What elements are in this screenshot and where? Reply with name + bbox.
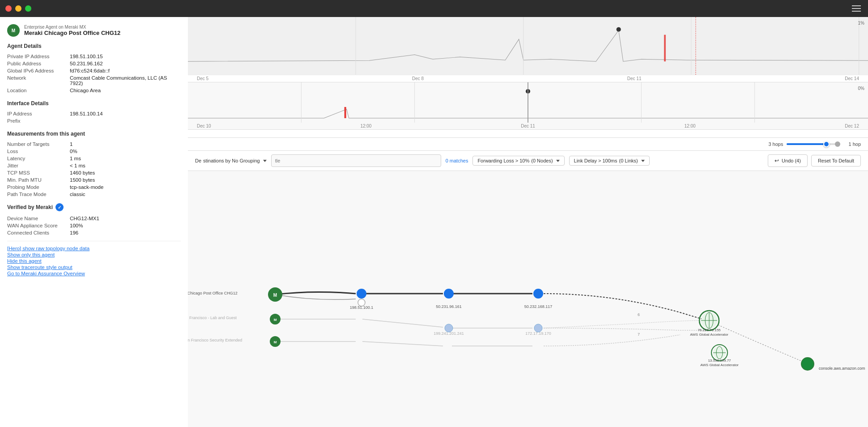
destinations-dropdown[interactable]: Destinations by No Grouping bbox=[195, 158, 267, 163]
detail-label: Prefix bbox=[7, 117, 70, 124]
menu-button[interactable] bbox=[852, 5, 861, 12]
svg-text:Z - San Francisco - Lab and Gu: Z - San Francisco - Lab and Guest bbox=[188, 316, 237, 320]
svg-text:M: M bbox=[274, 340, 277, 344]
svg-text:console.aws.amazon.com: console.aws.amazon.com bbox=[819, 366, 865, 371]
detail-label: Network bbox=[7, 74, 70, 87]
forwarding-loss-count: (0 Nodes) bbox=[531, 158, 553, 163]
detail-row: Jitter< 1 ms bbox=[7, 162, 181, 169]
svg-text:76.223.79.155: 76.223.79.155 bbox=[698, 328, 721, 332]
top-chart-svg bbox=[188, 17, 868, 75]
bottom-chart: 0% bbox=[188, 82, 868, 123]
detail-label: IP Address bbox=[7, 110, 70, 117]
link-delay-filter[interactable]: Link Delay > 100ms (0 Links) bbox=[569, 156, 650, 166]
svg-rect-9 bbox=[345, 107, 346, 118]
svg-text:198.51.100.1: 198.51.100.1 bbox=[350, 305, 374, 310]
verified-details-table: Device Name CHG12-MX1 WAN Appliance Scor… bbox=[7, 215, 181, 236]
forwarding-loss-filter[interactable]: Forwarding Loss > 10% (0 Nodes) bbox=[472, 156, 564, 166]
detail-row: Number of Targets1 bbox=[7, 141, 181, 148]
top-chart: 1% bbox=[188, 17, 868, 75]
show-only-link[interactable]: Show only this agent bbox=[7, 252, 181, 257]
detail-value: 198.51.100.14 bbox=[70, 110, 181, 117]
undo-button[interactable]: ↩ Undo (4) bbox=[768, 154, 808, 167]
svg-text:AWS Global Accelerator: AWS Global Accelerator bbox=[690, 333, 728, 337]
detail-value: Chicago Area bbox=[70, 87, 181, 94]
agent-icon-label: M bbox=[12, 28, 15, 33]
destinations-label: De bbox=[195, 158, 201, 163]
svg-text:Meraki Chicago Post Office CHG: Meraki Chicago Post Office CHG12 bbox=[188, 291, 238, 295]
close-button[interactable] bbox=[5, 5, 12, 12]
hide-agent-link[interactable]: Hide this agent bbox=[7, 258, 181, 264]
detail-row: LocationChicago Area bbox=[7, 87, 181, 94]
hops-left-label: 3 hops bbox=[768, 141, 783, 147]
agent-details-table: Private IP Address198.51.100.15Public Ad… bbox=[7, 53, 181, 94]
detail-value: 0% bbox=[70, 148, 181, 155]
btl-dec11: Dec 11 bbox=[521, 124, 535, 128]
hero-link[interactable]: [Hero] show raw topology node data bbox=[7, 246, 181, 251]
svg-text:199.241.201.241: 199.241.201.241 bbox=[434, 331, 464, 336]
svg-rect-1 bbox=[664, 35, 666, 62]
measurements-header: Measurements from this agent bbox=[7, 131, 181, 137]
reset-label: Reset To Default bbox=[818, 158, 854, 163]
interface-details-table: IP Address198.51.100.14Prefix bbox=[7, 110, 181, 124]
device-name-value: CHG12-MX1 bbox=[70, 215, 181, 222]
detail-row: Prefix bbox=[7, 117, 181, 124]
detail-row: Min. Path MTU1500 bytes bbox=[7, 176, 181, 184]
svg-text:M: M bbox=[273, 293, 277, 298]
verified-row: Verified by Meraki ✓ bbox=[7, 203, 181, 211]
agent-header: M Enterprise Agent on Meraki MX Meraki C… bbox=[7, 24, 181, 37]
detail-value: < 1 ms bbox=[70, 162, 181, 169]
measurements-table: Number of Targets1Loss0%Latency1 msJitte… bbox=[7, 141, 181, 198]
detail-label: Probing Mode bbox=[7, 184, 70, 191]
undo-label: Undo (4) bbox=[782, 158, 801, 163]
right-area: 1% bbox=[188, 17, 868, 427]
minimize-button[interactable] bbox=[15, 5, 21, 12]
detail-row: Path Trace Modeclassic bbox=[7, 191, 181, 198]
detail-row: Private IP Address198.51.100.15 bbox=[7, 53, 181, 60]
btl-1200a: 12:00 bbox=[360, 124, 371, 128]
agent-title-block: Enterprise Agent on Meraki MX Meraki Chi… bbox=[24, 25, 120, 36]
detail-value: 1500 bytes bbox=[70, 176, 181, 184]
svg-text:7: 7 bbox=[638, 332, 640, 337]
detail-label: Latency bbox=[7, 155, 70, 162]
svg-text:M: M bbox=[274, 318, 277, 322]
time-label-dec5: Dec 5 bbox=[197, 76, 208, 81]
svg-text:AWS Global Accelerator: AWS Global Accelerator bbox=[700, 363, 739, 367]
hops-control: 3 hops 1 hop bbox=[768, 141, 861, 147]
meraki-overview-link[interactable]: Go to Meraki Assurance Overview bbox=[7, 271, 181, 276]
svg-text:6: 6 bbox=[638, 312, 640, 317]
detail-value: Comcast Cable Communications, LLC (AS 79… bbox=[70, 74, 181, 87]
matches-link[interactable]: 0 matches bbox=[446, 158, 468, 163]
traceroute-link[interactable]: Show traceroute style output bbox=[7, 265, 181, 270]
reset-button[interactable]: Reset To Default bbox=[811, 155, 861, 167]
detail-row: Loss0% bbox=[7, 148, 181, 155]
agent-name: Meraki Chicago Post Office CHG12 bbox=[24, 30, 120, 36]
detail-row: TCP MSS1460 bytes bbox=[7, 169, 181, 176]
detail-value bbox=[70, 117, 181, 124]
detail-label: Number of Targets bbox=[7, 141, 70, 148]
detail-label: Path Trace Mode bbox=[7, 191, 70, 198]
svg-text:Meraki San Francisco Security : Meraki San Francisco Security Extended bbox=[188, 338, 242, 342]
detail-value: classic bbox=[70, 191, 181, 198]
filter-bar: Destinations by No Grouping 0 matches Fo… bbox=[188, 151, 868, 171]
detail-row: Probing Modetcp-sack-mode bbox=[7, 184, 181, 191]
detail-value: 1 ms bbox=[70, 155, 181, 162]
controls-bar: 3 hops 1 hop bbox=[188, 138, 868, 151]
hops-slider[interactable] bbox=[787, 143, 845, 145]
main-area: M Enterprise Agent on Meraki MX Meraki C… bbox=[0, 17, 868, 427]
svg-line-24 bbox=[362, 342, 443, 346]
detail-label: Loss bbox=[7, 148, 70, 155]
top-time-axis: Dec 5 Dec 8 Dec 11 Dec 14 bbox=[188, 75, 868, 82]
maximize-button[interactable] bbox=[25, 5, 31, 12]
detail-row: Global IPv6 Addressfd76:c524:6dab::f bbox=[7, 67, 181, 74]
detail-row: IP Address198.51.100.14 bbox=[7, 110, 181, 117]
forwarding-loss-label: Forwarding Loss > 10% bbox=[477, 158, 529, 163]
wan-score-label: WAN Appliance Score bbox=[7, 222, 70, 229]
action-buttons: ↩ Undo (4) Reset To Default bbox=[768, 154, 861, 167]
filter-input[interactable] bbox=[271, 154, 441, 167]
bottom-chart-svg bbox=[188, 82, 868, 123]
detail-label: TCP MSS bbox=[7, 169, 70, 176]
detail-row: Latency1 ms bbox=[7, 155, 181, 162]
bottom-chart-label: 0% bbox=[858, 86, 864, 91]
verified-label: Verified by Meraki bbox=[7, 204, 53, 210]
svg-point-31 bbox=[533, 289, 543, 299]
